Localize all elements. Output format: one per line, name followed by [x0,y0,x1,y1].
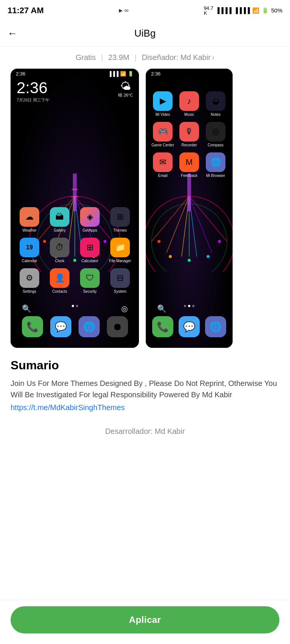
chevron-right-icon: › [212,54,214,61]
phone-time-status: 2:36 [16,71,25,77]
phone-dock-2: 📞 💬 🌐 [146,316,233,337]
app-themes[interactable]: ⊞ Themes [107,207,133,232]
app-recorder[interactable]: 🎙 Recorder [176,122,202,147]
wifi-icon: 📶 [252,7,259,14]
app-label-music: Music [184,112,194,117]
app-music[interactable]: ♪ Music [176,91,202,117]
app-icon-mibrowser: 🌐 [206,152,225,172]
weather-sun-icon: 🌤 [118,80,133,92]
app-label-mivideo: Mi Video [156,112,170,117]
app-feedback[interactable]: M Feedback [176,152,202,178]
app-icon-mivideo: ▶ [153,91,173,111]
sumario-link[interactable]: https://t.me/MdKabirSinghThemes [11,403,125,412]
app-label-contacts: Contacts [52,289,67,294]
designer-link[interactable]: Diseñador: Md Kabir › [142,53,214,62]
phone-search-1: 🔍 ◎ [11,304,139,313]
app-icon-contacts: 👤 [50,268,69,288]
app-icon-getapps: ◈ [80,207,100,227]
app-icon-weather: ☁ [20,207,39,227]
app2-row-3: ✉ Email M Feedback 🌐 Mi Browser [150,152,229,178]
app-getapps[interactable]: ◈ GetApps [77,207,103,232]
app2-row-1: ▶ Mi Video ♪ Music ◒ Notes [150,91,229,117]
separator-1: | [101,53,103,62]
app-label-clock: Clock [55,259,64,263]
phone-battery: 🔋 [128,71,134,77]
app-contacts[interactable]: 👤 Contacts [47,268,72,294]
app-label-calculator: Calculator [81,259,98,263]
app-label-mibrowser: Mi Browser [206,174,225,178]
screenshot-1[interactable]: 2:36 ▐▐▐ 📶 🔋 2:36 7月26日 周三下午 🌤 晴 26°C [11,69,139,348]
app-mibrowser[interactable]: 🌐 Mi Browser [203,152,228,178]
svg-rect-9 [73,174,77,211]
app-clock[interactable]: ⏱ Clock [47,238,72,263]
app-label-calendar: Calendar [22,259,37,263]
phone-status-2: 2:36 [146,69,233,79]
app-label-email: Email [158,174,167,178]
app-row-2: 19 Calendar ⏱ Clock ⊞ Calculator 📁 File … [14,238,135,263]
app-icon-notes: ◒ [206,91,225,111]
app-icon-gallery: 🏔 [50,207,69,227]
app-icon-clock: ⏱ [50,238,69,257]
app-notes[interactable]: ◒ Notes [203,91,228,117]
phone-status-1: 2:36 ▐▐▐ 📶 🔋 [11,69,139,79]
app-label-weather: Weather [22,228,37,232]
apply-button[interactable]: Aplicar [11,606,279,633]
weather-widget-1: 🌤 晴 26°C [118,80,133,98]
size-label: 23.9M [108,53,130,62]
dock-messages[interactable]: 💬 [50,316,71,337]
status-center-icons: ▶ ∞ [119,7,128,14]
app-label-compass: Compass [208,143,224,147]
app-weather[interactable]: ☁ Weather [17,207,42,232]
svg-point-31 [218,240,221,243]
app-label-system: System [114,289,126,294]
app-calculator[interactable]: ⊞ Calculator [77,238,103,263]
phone-time-status-2: 2:36 [151,71,160,77]
dock2-browser[interactable]: 🌐 [205,316,226,337]
app-filemanager[interactable]: 📁 File Manager [107,238,133,263]
phone-date-small: 7月26日 周三下午 [17,97,49,103]
back-button[interactable]: ← [8,28,17,39]
app-security[interactable]: 🛡 Security [77,268,103,294]
extra-icon: ∞ [124,7,128,14]
app-icon-gamecenter: 🎮 [153,122,173,141]
svg-point-30 [207,255,210,258]
app-gamecenter[interactable]: 🎮 Game Center [150,122,176,147]
app-settings[interactable]: ⚙ Settings [17,268,42,294]
screenshot-2[interactable]: 2:36 ▶ Mi Video ♪ Music ◒ Notes [146,69,233,348]
dock-phone[interactable]: 📞 [22,316,43,337]
app-system[interactable]: ⊟ System [107,268,133,294]
screenshots-container: 2:36 ▐▐▐ 📶 🔋 2:36 7月26日 周三下午 🌤 晴 26°C [0,69,290,348]
dock2-phone[interactable]: 📞 [152,316,173,337]
search-icon-2: 🔍 [157,304,167,313]
app-icon-feedback: M [179,152,199,172]
app-icon-calendar: 19 [20,238,39,257]
app-label-recorder: Recorder [181,143,197,147]
app-label-notes: Notes [211,112,221,117]
page-title: UiBg [134,28,156,39]
svg-line-19 [151,196,189,241]
phone-dock-1: 📞 💬 🌐 ⏺ [11,316,139,337]
svg-rect-10 [72,189,78,190]
app-calendar[interactable]: 19 Calendar [17,238,42,263]
app-email[interactable]: ✉ Email [150,152,176,178]
app-icon-filemanager: 📁 [110,238,130,257]
app-mivideo[interactable]: ▶ Mi Video [150,91,176,117]
app-grid-2: ▶ Mi Video ♪ Music ◒ Notes 🎮 Ga [146,91,233,183]
phone-clock-area: 2:36 7月26日 周三下午 🌤 晴 26°C [11,80,139,103]
dock-camera[interactable]: ⏺ [107,316,128,337]
dock-browser[interactable]: 🌐 [79,316,100,337]
app-label-security: Security [83,289,97,294]
app-label-gallery: Gallery [54,228,66,232]
phone-screen-1: 2:36 ▐▐▐ 📶 🔋 2:36 7月26日 周三下午 🌤 晴 26°C [11,69,139,348]
svg-line-25 [189,196,227,241]
phone-time-big: 2:36 [17,80,49,96]
app-compass[interactable]: ◎ Compass [203,122,228,147]
app-label-filemanager: File Manager [109,259,131,263]
app-gallery[interactable]: 🏔 Gallery [47,207,72,232]
phone-time-display: 2:36 7月26日 周三下午 [17,80,49,103]
app-icon-themes: ⊞ [110,207,130,227]
dock2-messages[interactable]: 💬 [179,316,200,337]
signal-bars-1: ▐▐▐▐ [216,7,232,14]
status-right-icons: 94.7K ▐▐▐▐ ▐▐▐▐ 📶 🔋 50% [204,6,282,15]
app-icon-compass: ◎ [206,122,225,141]
